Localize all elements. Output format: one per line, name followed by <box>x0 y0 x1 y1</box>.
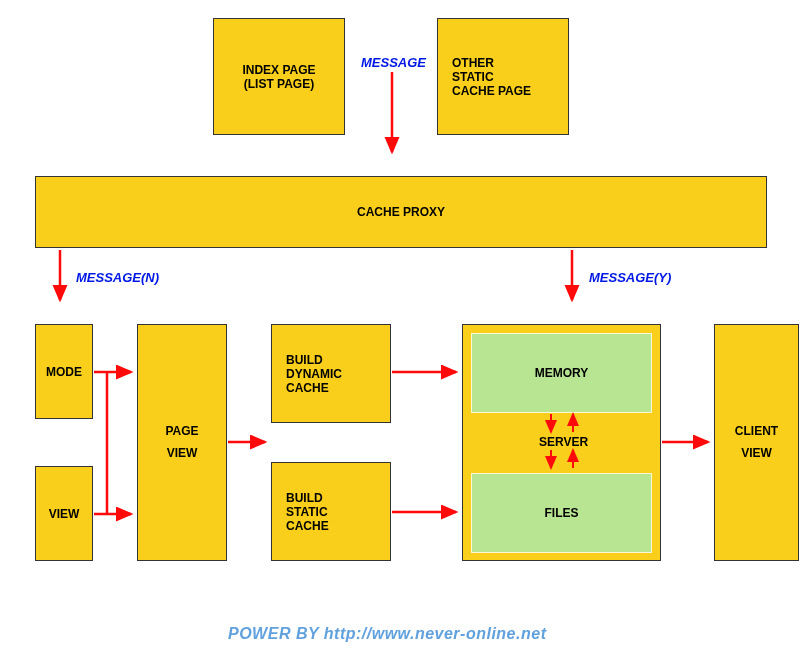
box-index-page: INDEX PAGE (LIST PAGE) <box>213 18 345 135</box>
box-page-view: PAGE VIEW <box>137 324 227 561</box>
box-cache-proxy: CACHE PROXY <box>35 176 767 248</box>
box-index-page-label: INDEX PAGE (LIST PAGE) <box>242 63 315 91</box>
box-client-view: CLIENT VIEW <box>714 324 799 561</box>
box-build-dynamic: BUILD DYNAMIC CACHE <box>271 324 391 423</box>
box-build-dynamic-label: BUILD DYNAMIC CACHE <box>286 353 366 395</box>
box-server-label: SERVER <box>539 435 588 449</box>
label-message: MESSAGE <box>361 55 426 70</box>
box-cache-proxy-label: CACHE PROXY <box>357 205 445 219</box>
box-view-label: VIEW <box>49 507 80 521</box>
box-memory-label: MEMORY <box>535 366 589 380</box>
box-mode: MODE <box>35 324 93 419</box>
box-page-view-label: PAGE VIEW <box>152 421 212 464</box>
box-build-static-label: BUILD STATIC CACHE <box>286 491 356 533</box>
box-other-static-label: OTHER STATIC CACHE PAGE <box>452 56 532 98</box>
box-server-container: MEMORY SERVER FILES <box>462 324 661 561</box>
label-message-n: MESSAGE(N) <box>76 270 159 285</box>
arrows-layer <box>0 0 800 667</box>
box-files: FILES <box>471 473 652 553</box>
box-mode-label: MODE <box>46 365 82 379</box>
footer-credit: POWER BY http://www.never-online.net <box>228 625 546 643</box>
box-client-view-label: CLIENT VIEW <box>727 421 787 464</box>
box-build-static: BUILD STATIC CACHE <box>271 462 391 561</box>
box-view: VIEW <box>35 466 93 561</box>
box-files-label: FILES <box>544 506 578 520</box>
box-memory: MEMORY <box>471 333 652 413</box>
box-other-static: OTHER STATIC CACHE PAGE <box>437 18 569 135</box>
label-message-y: MESSAGE(Y) <box>589 270 671 285</box>
